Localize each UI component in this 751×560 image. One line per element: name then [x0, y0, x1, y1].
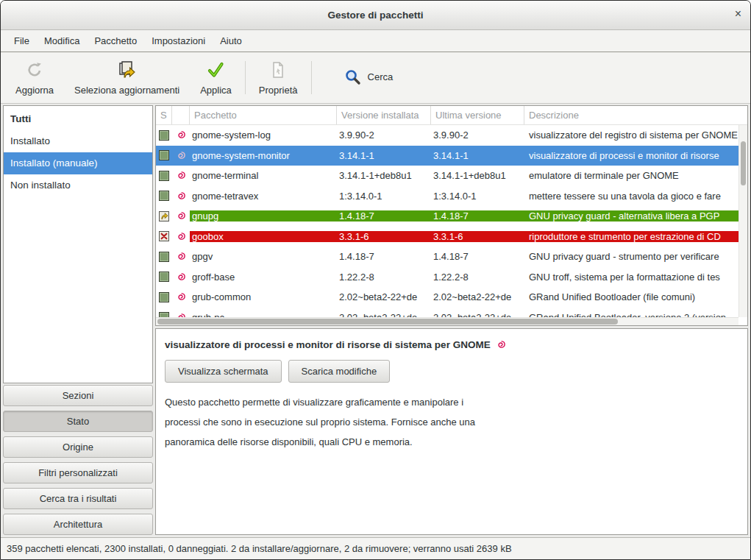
menu-item-aiuto[interactable]: Aiuto: [213, 30, 249, 52]
main-area: TuttiInstallatoInstallato (manuale)Non i…: [1, 104, 750, 537]
column-header-pacchetto[interactable]: Pacchetto: [190, 106, 337, 124]
filter-item-tutti[interactable]: Tutti: [4, 108, 152, 130]
latest-version: 3.14.1-1+deb8u1: [431, 170, 524, 181]
status-installed-icon[interactable]: [159, 150, 169, 160]
properties-icon: [268, 60, 288, 79]
column-header-versione-installata[interactable]: Versione installata: [337, 106, 431, 124]
sidebar-button-filtri-personalizzati[interactable]: Filtri personalizzati: [3, 462, 153, 483]
debian-swirl-icon: [172, 231, 190, 242]
status-remove-icon[interactable]: [159, 231, 169, 241]
installed-version: 3.14.1-1+deb8u1: [337, 170, 431, 181]
toolbar: Aggiorna Seleziona aggiornamenti Applica…: [1, 52, 750, 104]
menu-item-pacchetto[interactable]: Pacchetto: [87, 30, 144, 52]
debian-swirl-icon: [172, 130, 190, 141]
status-cell: [156, 272, 172, 282]
table-row[interactable]: gnome-tetravex1:3.14.0-11:3.14.0-1metter…: [156, 186, 747, 207]
titlebar[interactable]: Gestore di pacchetti ×: [1, 1, 750, 30]
debian-swirl-icon: [172, 210, 190, 221]
package-description: GRand Unified Bootloader (file comuni): [524, 291, 747, 302]
sidebar-button-origine[interactable]: Origine: [3, 436, 153, 458]
table-row[interactable]: grub-common2.02~beta2-22+de2.02~beta2-22…: [156, 287, 747, 308]
status-cell: [156, 292, 172, 302]
table-row[interactable]: gnome-terminal3.14.1-1+deb8u13.14.1-1+de…: [156, 166, 747, 186]
debian-swirl-icon: [172, 191, 190, 202]
scarica-modifiche-button[interactable]: Scarica modifiche: [288, 360, 391, 383]
visualizza-schermata-button[interactable]: Visualizza schermata: [165, 360, 282, 383]
statusbar: 359 pacchetti elencati, 2300 installati,…: [1, 537, 750, 559]
package-description: mettere tessere su una tavola da gioco e…: [524, 191, 747, 202]
latest-version: 1.4.18-7: [431, 210, 524, 221]
vertical-scrollbar[interactable]: [738, 125, 747, 317]
package-table-body: gnome-system-log3.9.90-23.9.90-2visualiz…: [156, 125, 747, 325]
filter-item-non-installato[interactable]: Non installato: [4, 174, 152, 196]
properties-button[interactable]: Proprietà: [249, 55, 308, 100]
horizontal-scrollbar[interactable]: [156, 317, 738, 325]
sidebar-button-sezioni[interactable]: Sezioni: [3, 385, 153, 406]
installed-version: 1.22.2-8: [337, 272, 431, 283]
status-installed-icon[interactable]: [159, 272, 169, 282]
table-row[interactable]: gnome-system-monitor3.14.1-13.14.1-1visu…: [156, 146, 747, 166]
refresh-icon: [25, 60, 44, 79]
installed-version: 2.02~beta2-22+de: [337, 291, 431, 302]
package-description: riproduttore e strumento per estrazione …: [524, 231, 747, 242]
package-description: GNU privacy guard - strumento per verifi…: [524, 251, 747, 262]
status-installed-icon[interactable]: [159, 130, 169, 141]
search-label: Cerca: [368, 71, 394, 82]
column-header-ultima-versione[interactable]: Ultima versione: [431, 106, 524, 124]
debian-swirl-icon: [496, 339, 507, 350]
table-row[interactable]: goobox3.3.1-63.3.1-6riproduttore e strum…: [156, 227, 747, 247]
refresh-button[interactable]: Aggiorna: [5, 55, 64, 100]
sidebar-button-architettura[interactable]: Architettura: [3, 514, 153, 535]
column-header-s[interactable]: S: [156, 106, 172, 124]
status-installed-icon[interactable]: [159, 252, 169, 262]
status-installed-icon[interactable]: [159, 171, 169, 181]
menubar: FileModificaPacchettoImpostazioniAiuto: [1, 30, 750, 52]
sidebar-button-stato[interactable]: Stato: [3, 411, 153, 432]
status-cell: [156, 231, 172, 241]
window: Gestore di pacchetti × FileModificaPacch…: [0, 0, 751, 560]
search-button[interactable]: Cerca: [334, 55, 404, 100]
installed-version: 3.9.90-2: [337, 130, 431, 141]
mark-upgrades-button[interactable]: Seleziona aggiornamenti: [64, 55, 190, 100]
status-installed-icon[interactable]: [159, 191, 169, 201]
sidebar-button-cerca-tra-i-risultati[interactable]: Cerca tra i risultati: [3, 488, 153, 509]
content-area: SPacchettoVersione installataUltima vers…: [155, 105, 748, 535]
status-cell: [156, 130, 172, 141]
status-installed-icon[interactable]: [159, 292, 169, 302]
package-description: emulatore di terminale per GNOME: [524, 170, 747, 181]
status-cell: [156, 191, 172, 201]
latest-version: 3.14.1-1: [431, 150, 524, 161]
table-row[interactable]: gnome-system-log3.9.90-23.9.90-2visualiz…: [156, 125, 747, 146]
status-cell: [156, 211, 172, 221]
package-name: gnome-system-log: [190, 130, 337, 141]
debian-swirl-icon: [172, 150, 190, 161]
menu-item-file[interactable]: File: [7, 30, 37, 52]
filter-item-installato[interactable]: Installato: [4, 130, 152, 152]
column-header-icon[interactable]: [172, 106, 190, 124]
table-row[interactable]: groff-base1.22.2-81.22.2-8GNU troff, sis…: [156, 267, 747, 288]
table-row[interactable]: gnupg1.4.18-71.4.18-7GNU privacy guard -…: [156, 206, 747, 227]
mark-upgrades-icon: [117, 60, 137, 79]
status-reinstall-icon[interactable]: [159, 211, 169, 221]
table-row[interactable]: gpgv1.4.18-71.4.18-7GNU privacy guard - …: [156, 247, 747, 267]
description-line: processi che sono in esecuzione sul prop…: [165, 412, 738, 432]
status-cell: [156, 150, 172, 160]
filter-item-installato-manuale[interactable]: Installato (manuale): [4, 152, 152, 174]
installed-version: 3.3.1-6: [337, 231, 431, 242]
sidebar: TuttiInstallatoInstallato (manuale)Non i…: [3, 105, 153, 535]
mark-upgrades-label: Seleziona aggiornamenti: [74, 85, 179, 96]
horizontal-scrollbar-thumb[interactable]: [157, 319, 618, 325]
package-description: visualizzatore del registro di sistema p…: [524, 130, 747, 141]
vertical-scrollbar-thumb[interactable]: [741, 141, 746, 185]
menu-item-impostazioni[interactable]: Impostazioni: [144, 30, 213, 52]
column-header-descrizione[interactable]: Descrizione: [524, 106, 747, 124]
package-name: grub-common: [190, 291, 337, 302]
detail-description: Questo pacchetto permette di visualizzar…: [165, 392, 738, 452]
close-icon[interactable]: ×: [735, 8, 741, 20]
installed-version: 1.4.18-7: [337, 251, 431, 262]
apply-button[interactable]: Applica: [190, 55, 242, 100]
menu-item-modifica[interactable]: Modifica: [37, 30, 87, 52]
apply-label: Applica: [200, 85, 232, 96]
package-name: gnupg: [190, 210, 337, 221]
latest-version: 3.9.90-2: [431, 130, 524, 141]
